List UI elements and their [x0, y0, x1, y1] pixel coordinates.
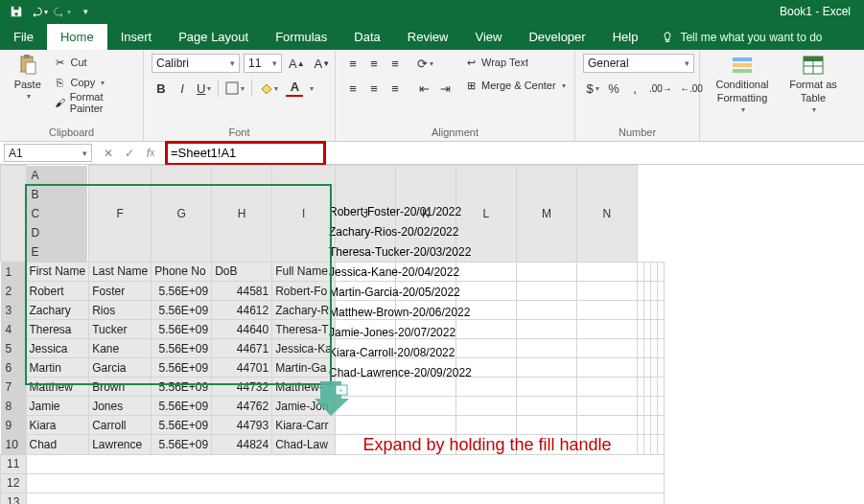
svg-rect-6 — [733, 69, 752, 73]
cancel-formula-button[interactable]: ✕ — [100, 145, 117, 162]
comma-button[interactable]: , — [625, 79, 644, 98]
svg-rect-4 — [733, 57, 752, 61]
spreadsheet-grid[interactable]: A B C D E F G H I J K L M N 1 First Name… — [0, 165, 864, 504]
redo-icon[interactable]: ▾ — [54, 3, 71, 20]
col-header-N[interactable]: N — [576, 166, 637, 263]
increase-decimal-button[interactable]: .00→ — [646, 79, 675, 98]
window-title: Book1 - Excel — [780, 5, 864, 18]
border-button[interactable]: ▾ — [222, 79, 247, 98]
title-bar: ▾ ▾ ▾ Book1 - Excel — [0, 0, 864, 23]
font-color-button[interactable]: A — [283, 79, 306, 98]
group-title-alignment: Alignment — [343, 125, 567, 139]
cut-button[interactable]: ✂Cut — [53, 54, 135, 71]
col-header-I[interactable]: I — [272, 166, 336, 263]
format-as-table-button[interactable]: Format as Table▾ — [784, 54, 842, 114]
tab-insert[interactable]: Insert — [107, 24, 166, 50]
col-header-K[interactable]: K — [395, 166, 455, 263]
col-header-L[interactable]: L — [455, 166, 516, 263]
increase-font-button[interactable]: A▲ — [286, 54, 308, 73]
svg-rect-2 — [26, 62, 35, 74]
align-center-button[interactable]: ≡ — [364, 79, 384, 98]
select-all-corner[interactable] — [1, 166, 27, 263]
table-row: 9KiaraCarroll5.56E+0944793Kiara-Carr — [1, 416, 665, 435]
tab-data[interactable]: Data — [340, 24, 393, 50]
fill-color-button[interactable]: ▾ — [256, 79, 281, 98]
tab-file[interactable]: File — [0, 24, 47, 50]
col-header-J[interactable]: J — [335, 166, 395, 263]
brush-icon: 🖌 — [53, 96, 65, 109]
format-painter-button[interactable]: 🖌Format Painter — [53, 94, 135, 111]
group-title-font: Font — [152, 125, 327, 139]
col-header-B[interactable]: B — [27, 185, 87, 204]
align-right-button[interactable]: ≡ — [385, 79, 405, 98]
conditional-formatting-button[interactable]: Conditional Formatting Conditional Forma… — [708, 54, 777, 114]
underline-button[interactable]: U▾ — [194, 79, 214, 98]
bucket-icon — [259, 81, 272, 95]
col-header-C[interactable]: C — [27, 204, 87, 223]
copy-button[interactable]: ⎘Copy▾ — [53, 74, 135, 91]
ribbon-tabs: File Home Insert Page Layout Formulas Da… — [0, 23, 864, 50]
bold-button[interactable]: B — [152, 79, 171, 98]
col-header-M[interactable]: M — [516, 166, 576, 263]
group-alignment: ≡ ≡ ≡ ⟳▾ ≡ ≡ ≡ ⇤ ⇥ ↩Wrap Text ⊞Merge & C… — [336, 50, 575, 141]
name-box[interactable]: A1▾ — [4, 144, 92, 162]
tell-me-search[interactable]: Tell me what you want to do — [651, 25, 831, 50]
table-row: 3ZacharyRios5.56E+0944612Zachary-R — [1, 301, 665, 320]
cell[interactable]: Full Name — [272, 262, 336, 282]
wrap-icon: ↩ — [464, 56, 478, 69]
svg-rect-5 — [733, 63, 752, 67]
group-title-number: Number — [583, 125, 691, 139]
col-header-A[interactable]: A — [27, 166, 87, 185]
align-bottom-button[interactable]: ≡ — [385, 54, 405, 73]
tab-view[interactable]: View — [461, 24, 515, 50]
ribbon: Paste ▾ ✂Cut ⎘Copy▾ 🖌Format Painter Clip… — [0, 50, 864, 142]
table-icon — [802, 54, 825, 77]
col-header-E[interactable]: E — [27, 242, 87, 262]
table-row: 8JamieJones5.56E+0944762Jamie-Jon — [1, 397, 665, 416]
col-header-F[interactable]: F — [89, 166, 152, 263]
tell-me-label: Tell me what you want to do — [680, 31, 822, 44]
table-row: 4TheresaTucker5.56E+0944640Theresa-T — [1, 320, 665, 339]
align-middle-button[interactable]: ≡ — [364, 54, 384, 73]
tab-formulas[interactable]: Formulas — [262, 24, 340, 50]
formula-input[interactable] — [167, 143, 864, 164]
col-header-G[interactable]: G — [152, 166, 212, 263]
table-row: 6MartinGarcia5.56E+0944701Martin-Ga — [1, 358, 665, 378]
tab-home[interactable]: Home — [47, 24, 107, 50]
save-icon[interactable] — [8, 3, 25, 20]
wrap-text-button[interactable]: ↩Wrap Text — [464, 54, 566, 71]
col-header-H[interactable]: H — [212, 166, 272, 263]
tab-page-layout[interactable]: Page Layout — [165, 24, 262, 50]
group-clipboard: Paste ▾ ✂Cut ⎘Copy▾ 🖌Format Painter Clip… — [0, 50, 144, 141]
row-header-1[interactable]: 1 — [1, 263, 26, 282]
cell[interactable]: First Name — [26, 262, 89, 282]
paste-button[interactable]: Paste ▾ — [8, 54, 47, 101]
align-left-button[interactable]: ≡ — [343, 79, 362, 98]
number-format-select[interactable]: General▾ — [583, 54, 694, 73]
cell[interactable]: Last Name — [89, 262, 152, 282]
increase-indent-button[interactable]: ⇥ — [435, 79, 455, 98]
table-row: 7MatthewBrown5.56E+0944732Matthew- — [1, 378, 665, 397]
font-size-select[interactable]: 11▾ — [244, 54, 282, 73]
tab-review[interactable]: Review — [394, 24, 462, 50]
cell[interactable]: DoB — [212, 262, 272, 282]
decrease-font-button[interactable]: A▼ — [312, 54, 334, 73]
fx-button[interactable]: fx — [142, 145, 159, 162]
cell[interactable]: Phone No — [152, 262, 212, 282]
decrease-indent-button[interactable]: ⇤ — [414, 79, 433, 98]
align-top-button[interactable]: ≡ — [343, 54, 362, 73]
col-header-D[interactable]: D — [27, 223, 87, 242]
conditional-formatting-icon — [731, 54, 754, 77]
tab-help[interactable]: Help — [599, 24, 652, 50]
undo-icon[interactable]: ▾ — [31, 3, 48, 20]
qat-customize-icon[interactable]: ▾ — [77, 3, 94, 20]
percent-button[interactable]: % — [604, 79, 623, 98]
group-font: Calibri▾ 11▾ A▲ A▼ B I U▾ ▾ ▾ A▾ Font — [144, 50, 336, 141]
font-name-select[interactable]: Calibri▾ — [152, 54, 240, 73]
enter-formula-button[interactable]: ✓ — [121, 145, 138, 162]
currency-button[interactable]: $▾ — [583, 79, 602, 98]
tab-developer[interactable]: Developer — [515, 24, 598, 50]
italic-button[interactable]: I — [173, 79, 192, 98]
merge-center-button[interactable]: ⊞Merge & Center▾ — [464, 77, 566, 94]
orientation-button[interactable]: ⟳▾ — [414, 54, 436, 73]
